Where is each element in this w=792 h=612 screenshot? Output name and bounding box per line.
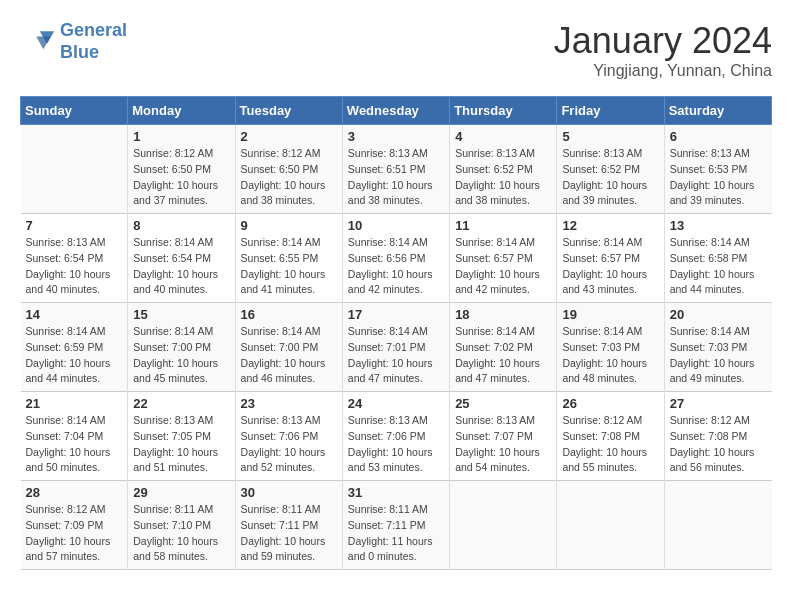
calendar-cell: 29Sunrise: 8:11 AM Sunset: 7:10 PM Dayli… bbox=[128, 481, 235, 570]
header-tuesday: Tuesday bbox=[235, 97, 342, 125]
calendar-cell: 31Sunrise: 8:11 AM Sunset: 7:11 PM Dayli… bbox=[342, 481, 449, 570]
day-number: 19 bbox=[562, 307, 658, 322]
calendar-cell: 7Sunrise: 8:13 AM Sunset: 6:54 PM Daylig… bbox=[21, 214, 128, 303]
week-row-4: 21Sunrise: 8:14 AM Sunset: 7:04 PM Dayli… bbox=[21, 392, 772, 481]
calendar-cell: 24Sunrise: 8:13 AM Sunset: 7:06 PM Dayli… bbox=[342, 392, 449, 481]
day-number: 15 bbox=[133, 307, 229, 322]
day-number: 29 bbox=[133, 485, 229, 500]
day-number: 11 bbox=[455, 218, 551, 233]
calendar-cell: 10Sunrise: 8:14 AM Sunset: 6:56 PM Dayli… bbox=[342, 214, 449, 303]
calendar-cell: 5Sunrise: 8:13 AM Sunset: 6:52 PM Daylig… bbox=[557, 125, 664, 214]
day-info: Sunrise: 8:13 AM Sunset: 6:52 PM Dayligh… bbox=[455, 146, 551, 209]
svg-marker-1 bbox=[36, 36, 50, 49]
calendar-cell: 1Sunrise: 8:12 AM Sunset: 6:50 PM Daylig… bbox=[128, 125, 235, 214]
day-number: 1 bbox=[133, 129, 229, 144]
calendar-cell: 25Sunrise: 8:13 AM Sunset: 7:07 PM Dayli… bbox=[450, 392, 557, 481]
calendar-cell bbox=[557, 481, 664, 570]
day-info: Sunrise: 8:13 AM Sunset: 7:06 PM Dayligh… bbox=[348, 413, 444, 476]
header-friday: Friday bbox=[557, 97, 664, 125]
day-number: 30 bbox=[241, 485, 337, 500]
week-row-1: 1Sunrise: 8:12 AM Sunset: 6:50 PM Daylig… bbox=[21, 125, 772, 214]
header-saturday: Saturday bbox=[664, 97, 771, 125]
calendar-cell: 17Sunrise: 8:14 AM Sunset: 7:01 PM Dayli… bbox=[342, 303, 449, 392]
calendar-cell: 6Sunrise: 8:13 AM Sunset: 6:53 PM Daylig… bbox=[664, 125, 771, 214]
day-number: 28 bbox=[26, 485, 123, 500]
calendar-cell: 28Sunrise: 8:12 AM Sunset: 7:09 PM Dayli… bbox=[21, 481, 128, 570]
day-number: 16 bbox=[241, 307, 337, 322]
day-info: Sunrise: 8:14 AM Sunset: 6:57 PM Dayligh… bbox=[562, 235, 658, 298]
calendar-cell: 15Sunrise: 8:14 AM Sunset: 7:00 PM Dayli… bbox=[128, 303, 235, 392]
day-number: 3 bbox=[348, 129, 444, 144]
day-number: 6 bbox=[670, 129, 767, 144]
day-number: 10 bbox=[348, 218, 444, 233]
calendar-cell: 19Sunrise: 8:14 AM Sunset: 7:03 PM Dayli… bbox=[557, 303, 664, 392]
calendar-cell: 9Sunrise: 8:14 AM Sunset: 6:55 PM Daylig… bbox=[235, 214, 342, 303]
logo-icon bbox=[20, 24, 56, 60]
day-info: Sunrise: 8:14 AM Sunset: 6:54 PM Dayligh… bbox=[133, 235, 229, 298]
day-number: 18 bbox=[455, 307, 551, 322]
day-info: Sunrise: 8:14 AM Sunset: 6:56 PM Dayligh… bbox=[348, 235, 444, 298]
calendar-cell: 23Sunrise: 8:13 AM Sunset: 7:06 PM Dayli… bbox=[235, 392, 342, 481]
calendar-cell: 8Sunrise: 8:14 AM Sunset: 6:54 PM Daylig… bbox=[128, 214, 235, 303]
day-info: Sunrise: 8:13 AM Sunset: 6:53 PM Dayligh… bbox=[670, 146, 767, 209]
day-info: Sunrise: 8:12 AM Sunset: 6:50 PM Dayligh… bbox=[241, 146, 337, 209]
calendar-cell bbox=[664, 481, 771, 570]
day-info: Sunrise: 8:12 AM Sunset: 7:08 PM Dayligh… bbox=[562, 413, 658, 476]
day-number: 14 bbox=[26, 307, 123, 322]
day-info: Sunrise: 8:14 AM Sunset: 7:03 PM Dayligh… bbox=[670, 324, 767, 387]
day-info: Sunrise: 8:11 AM Sunset: 7:11 PM Dayligh… bbox=[241, 502, 337, 565]
day-number: 21 bbox=[26, 396, 123, 411]
day-info: Sunrise: 8:13 AM Sunset: 7:05 PM Dayligh… bbox=[133, 413, 229, 476]
logo-line2: Blue bbox=[60, 42, 99, 62]
day-number: 5 bbox=[562, 129, 658, 144]
calendar-cell: 4Sunrise: 8:13 AM Sunset: 6:52 PM Daylig… bbox=[450, 125, 557, 214]
day-info: Sunrise: 8:13 AM Sunset: 6:52 PM Dayligh… bbox=[562, 146, 658, 209]
day-info: Sunrise: 8:13 AM Sunset: 7:06 PM Dayligh… bbox=[241, 413, 337, 476]
title-block: January 2024 Yingjiang, Yunnan, China bbox=[554, 20, 772, 80]
page-header: General Blue January 2024 Yingjiang, Yun… bbox=[20, 20, 772, 80]
calendar-cell: 30Sunrise: 8:11 AM Sunset: 7:11 PM Dayli… bbox=[235, 481, 342, 570]
calendar-cell: 13Sunrise: 8:14 AM Sunset: 6:58 PM Dayli… bbox=[664, 214, 771, 303]
calendar-cell: 11Sunrise: 8:14 AM Sunset: 6:57 PM Dayli… bbox=[450, 214, 557, 303]
logo-text: General Blue bbox=[60, 20, 127, 63]
day-info: Sunrise: 8:14 AM Sunset: 7:02 PM Dayligh… bbox=[455, 324, 551, 387]
calendar-table: SundayMondayTuesdayWednesdayThursdayFrid… bbox=[20, 96, 772, 570]
day-number: 12 bbox=[562, 218, 658, 233]
header-thursday: Thursday bbox=[450, 97, 557, 125]
day-number: 25 bbox=[455, 396, 551, 411]
day-number: 24 bbox=[348, 396, 444, 411]
calendar-cell: 18Sunrise: 8:14 AM Sunset: 7:02 PM Dayli… bbox=[450, 303, 557, 392]
day-info: Sunrise: 8:13 AM Sunset: 6:51 PM Dayligh… bbox=[348, 146, 444, 209]
day-info: Sunrise: 8:14 AM Sunset: 7:01 PM Dayligh… bbox=[348, 324, 444, 387]
day-number: 27 bbox=[670, 396, 767, 411]
calendar-cell: 12Sunrise: 8:14 AM Sunset: 6:57 PM Dayli… bbox=[557, 214, 664, 303]
header-wednesday: Wednesday bbox=[342, 97, 449, 125]
week-row-3: 14Sunrise: 8:14 AM Sunset: 6:59 PM Dayli… bbox=[21, 303, 772, 392]
header-monday: Monday bbox=[128, 97, 235, 125]
day-number: 20 bbox=[670, 307, 767, 322]
header-sunday: Sunday bbox=[21, 97, 128, 125]
calendar-cell: 22Sunrise: 8:13 AM Sunset: 7:05 PM Dayli… bbox=[128, 392, 235, 481]
calendar-cell: 2Sunrise: 8:12 AM Sunset: 6:50 PM Daylig… bbox=[235, 125, 342, 214]
calendar-cell: 27Sunrise: 8:12 AM Sunset: 7:08 PM Dayli… bbox=[664, 392, 771, 481]
day-info: Sunrise: 8:14 AM Sunset: 6:59 PM Dayligh… bbox=[26, 324, 123, 387]
day-info: Sunrise: 8:12 AM Sunset: 7:08 PM Dayligh… bbox=[670, 413, 767, 476]
day-number: 13 bbox=[670, 218, 767, 233]
day-number: 2 bbox=[241, 129, 337, 144]
day-info: Sunrise: 8:13 AM Sunset: 6:54 PM Dayligh… bbox=[26, 235, 123, 298]
day-info: Sunrise: 8:14 AM Sunset: 7:00 PM Dayligh… bbox=[241, 324, 337, 387]
day-number: 17 bbox=[348, 307, 444, 322]
calendar-header-row: SundayMondayTuesdayWednesdayThursdayFrid… bbox=[21, 97, 772, 125]
day-info: Sunrise: 8:14 AM Sunset: 7:04 PM Dayligh… bbox=[26, 413, 123, 476]
day-info: Sunrise: 8:14 AM Sunset: 6:57 PM Dayligh… bbox=[455, 235, 551, 298]
day-info: Sunrise: 8:13 AM Sunset: 7:07 PM Dayligh… bbox=[455, 413, 551, 476]
day-info: Sunrise: 8:14 AM Sunset: 7:03 PM Dayligh… bbox=[562, 324, 658, 387]
day-info: Sunrise: 8:11 AM Sunset: 7:10 PM Dayligh… bbox=[133, 502, 229, 565]
calendar-cell bbox=[450, 481, 557, 570]
calendar-cell bbox=[21, 125, 128, 214]
day-number: 23 bbox=[241, 396, 337, 411]
day-info: Sunrise: 8:14 AM Sunset: 7:00 PM Dayligh… bbox=[133, 324, 229, 387]
logo: General Blue bbox=[20, 20, 127, 63]
day-info: Sunrise: 8:12 AM Sunset: 6:50 PM Dayligh… bbox=[133, 146, 229, 209]
location-subtitle: Yingjiang, Yunnan, China bbox=[554, 62, 772, 80]
